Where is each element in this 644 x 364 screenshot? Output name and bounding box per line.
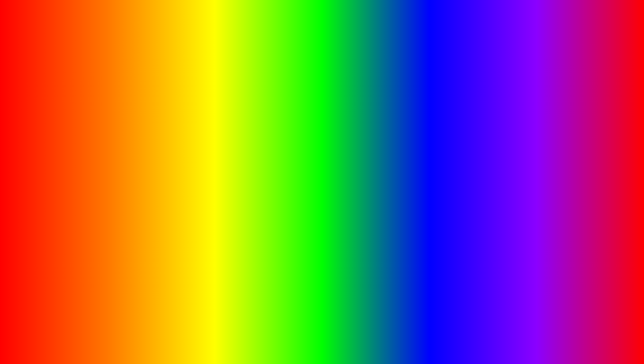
mastery-option-toggle[interactable]: ✓ [598, 152, 604, 158]
chevron-up-spam: ▲ [600, 163, 604, 166]
window-right-controls: — ✕ [589, 108, 607, 114]
spam-skill-row[interactable]: Spam Skill Option Z ▲ [474, 160, 607, 169]
heart-icon [134, 178, 154, 198]
shop-icon-r: 🛒 [432, 190, 437, 196]
chevron-up-icon3: ▲ [208, 164, 212, 168]
window-right-titlebar: Hirimi Hub X — ✕ [428, 105, 611, 117]
material-selected-toggle[interactable] [206, 172, 212, 178]
farm-selected-toggle[interactable] [206, 141, 212, 147]
window-right-close[interactable]: ✕ [600, 108, 607, 114]
window-left-controls: — ✕ [197, 108, 215, 114]
user-avatar-right: 👤 [432, 215, 441, 224]
sidebar-right-user: 👤 Sky [428, 212, 469, 227]
item-card-leviathan-heart[interactable]: Material x1 Leviathan Heart [118, 166, 171, 220]
method-value: Level [197, 123, 206, 128]
item-cards-container: Material x1 Monster Magnet Material x1 [59, 166, 171, 220]
sidebar-right-label-main: Main [440, 123, 449, 127]
main-background: BLOX FRUITS MOBILE ✓ ANDROID ✓ Hirimi Hu… [3, 3, 641, 361]
sidebar-item-v4upgrade[interactable]: ⬆ V4 Upgrade [33, 141, 76, 152]
leviathan-badge: Material x1 [121, 169, 141, 174]
svg-point-4 [90, 189, 92, 192]
method-value-container: Level ▲ [197, 123, 212, 128]
webhook-icon: 🔗 [432, 201, 437, 206]
sidebar-right-teleport[interactable]: 📍 Teleport [428, 152, 469, 162]
monster-magnet-name: Monster Magnet [78, 198, 95, 208]
status-icon: ▦ [432, 133, 437, 138]
main-title: BLOX FRUITS [3, 8, 641, 61]
bottom-text: UPDATE 20 SCRIPT PASTEBIN [41, 310, 603, 351]
shop-icon: 🛒 [37, 155, 43, 160]
sidebar-item-main-farm[interactable]: 🏠 Main Farm [33, 120, 76, 131]
user-avatar: 👤 [37, 183, 47, 192]
username-label: Sky [49, 185, 56, 190]
svg-point-0 [83, 180, 89, 186]
item-card-leviathan-inner: Material x1 Leviathan Heart [119, 167, 170, 219]
sidebar-right-label-status: Status Server [440, 133, 464, 138]
player-arua-section: Player Arua [474, 169, 607, 177]
sidebar-right-label-v4: V4 Upgrade [440, 180, 461, 185]
blox-fruits-logo: BL ☠ X FRUITS [538, 293, 605, 335]
sidebar-right-label-teleport: Teleport [440, 155, 454, 159]
chevron-up-icon2: ▲ [208, 133, 212, 137]
item-card-monster-inner: Material x1 Monster Magnet [60, 167, 112, 219]
sidebar-right-webhook[interactable]: 🔗 Webhook [428, 198, 469, 209]
username-label-right: Sky [444, 217, 451, 222]
sidebar-label-teleport: Teleport [45, 134, 60, 138]
sidebar-right-v4[interactable]: ▲ V4 Upgrade [428, 177, 469, 188]
sidebar-right-main-farm[interactable]: 🏠 Main Farm [428, 141, 469, 152]
sidebar-label-v4: V4 Upgrade [45, 144, 67, 149]
teleport-icon: 📍 [37, 133, 43, 139]
upgrade-weapon-icon: ⚙ [432, 167, 436, 172]
main-farm-icon: 🏠 [432, 144, 437, 149]
svg-point-3 [80, 189, 82, 192]
health-section: % Health to send skill [474, 130, 607, 150]
monster-badge: Material x1 [62, 169, 83, 174]
anchor-icon [76, 178, 96, 198]
sidebar-label-shop: Shop [45, 155, 55, 160]
window-left-title: Hirimi Hub X [37, 109, 65, 114]
main-icon: ⬡ [432, 122, 437, 128]
sidebar-right-main[interactable]: ⬡ Main [428, 120, 469, 130]
farm-selected-row: Farm Selected [81, 139, 215, 150]
type-mastery-value-container: Devil Fruit ▲ [580, 123, 604, 128]
weapon-label: Select Your Weapon Type [84, 132, 132, 137]
choose-method-row[interactable]: Choose Method To Farm Level ▲ [81, 121, 215, 130]
window-right-content: ⬡ Main ▦ Status Server 🏠 Main Farm 📍 Tel… [428, 117, 611, 230]
v4-icon: ▲ [432, 180, 437, 185]
update-number: 20 [206, 310, 249, 351]
item-card-monster-magnet[interactable]: Material x1 Monster Magnet [59, 166, 113, 220]
player-aura-toggle[interactable] [598, 179, 604, 185]
window-left-minimize[interactable]: — [197, 108, 205, 114]
mastery-option-row: Mastery Farm Option ✓ [474, 150, 607, 160]
setting-icon: ⚙ [37, 165, 43, 171]
type-mastery-label: Type Mastery Farm [477, 123, 514, 128]
sidebar-right-upgrade-weapon[interactable]: ⚙ Upgrade Weapon [428, 162, 469, 177]
farm-selected-label: Farm Selected [84, 142, 110, 147]
player-aura-label: Player Aura [477, 179, 499, 184]
upgrade-icon: ⬆ [37, 144, 43, 149]
double-up-toggle[interactable] [206, 152, 212, 158]
sidebar-right-label-upgrade: Upgrade Weapon [439, 165, 465, 174]
window-right-minimize[interactable]: — [589, 108, 597, 114]
spam-skill-value-container: Z ▲ [596, 162, 604, 167]
update-word: UPDATE [41, 310, 195, 351]
leviathan-heart-name: Leviathan Heart [134, 198, 155, 208]
sidebar-item-shop[interactable]: 🛒 Shop [33, 152, 76, 163]
sidebar-item-teleport[interactable]: 📍 Teleport [33, 131, 76, 141]
sidebar-right-shop[interactable]: 🛒 Shop [428, 188, 469, 198]
material-value-container: ▲ [208, 164, 212, 168]
type-mastery-value: Devil Fruit [580, 123, 598, 128]
weapon-type-row[interactable]: Select Your Weapon Type Melee ▲ [81, 130, 215, 139]
type-mastery-row[interactable]: Type Mastery Farm Devil Fruit ▲ [474, 121, 607, 130]
window-left-titlebar: Hirimi Hub X — ✕ [33, 105, 219, 117]
health-input[interactable] [477, 139, 604, 147]
home-icon: 🏠 [37, 123, 43, 128]
window-right-sidebar: ⬡ Main ▦ Status Server 🏠 Main Farm 📍 Tel… [428, 117, 470, 230]
window-left-close[interactable]: ✕ [208, 108, 215, 114]
weapon-value-container: Melee ▲ [195, 132, 212, 137]
bg-cross [222, 38, 422, 239]
window-right: Hirimi Hub X — ✕ ⬡ Main ▦ Status Server … [428, 105, 611, 230]
window-right-main-panel: Type Mastery Farm Devil Fruit ▲ % Health… [470, 117, 611, 230]
health-label: % Health to send skill [477, 132, 604, 137]
sidebar-right-status[interactable]: ▦ Status Server [428, 130, 469, 141]
